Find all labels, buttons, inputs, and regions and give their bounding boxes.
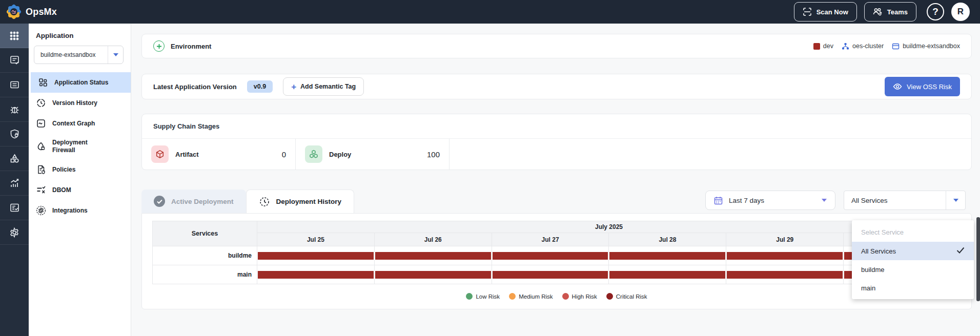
service-option-all-services[interactable]: All Services — [852, 242, 974, 260]
service-option-label: All Services — [861, 247, 896, 255]
date-range-value: Last 7 days — [729, 197, 815, 204]
legend-item: High Risk — [562, 293, 597, 300]
date-header: Jul 26 — [374, 233, 492, 246]
shapes-icon — [9, 153, 20, 164]
sidebar-item-application-status[interactable]: Application Status — [31, 72, 131, 93]
apps-grid-icon — [9, 31, 19, 41]
env-tag-label: dev — [823, 43, 833, 50]
teams-button[interactable]: Teams — [864, 2, 916, 22]
sidebar-heading: Application — [36, 32, 131, 39]
stage-name: Deploy — [329, 151, 351, 158]
legend-label: Critical Risk — [616, 293, 647, 300]
scan-report-icon — [9, 55, 20, 66]
rail-item-security[interactable] — [0, 122, 29, 146]
service-filter-toggle[interactable] — [946, 191, 965, 209]
date-header: Jul 27 — [492, 233, 609, 246]
help-icon[interactable]: ? — [927, 3, 944, 20]
version-bar: Latest Application Version v0.9 + Add Se… — [141, 74, 972, 99]
risk-cell[interactable] — [492, 265, 609, 284]
critical-risk-bar — [258, 271, 374, 279]
supply-chain-card: Supply Chain Stages Artifact 0 — [141, 114, 972, 170]
service-filter-dropdown[interactable]: All Services — [844, 191, 966, 210]
risk-cell[interactable] — [609, 246, 726, 265]
rail-item-analytics[interactable] — [0, 171, 29, 196]
rail-item-audit[interactable] — [0, 196, 29, 220]
rail-item-artifacts[interactable] — [0, 146, 29, 171]
stage-artifact[interactable]: Artifact 0 — [142, 139, 296, 170]
view-oss-risk-button[interactable]: View OSS Risk — [885, 77, 960, 96]
environment-tags: dev oes-cluster buildme-extsandbox — [813, 43, 960, 50]
risk-cell[interactable] — [257, 246, 375, 265]
stage-deploy[interactable]: Deploy 100 — [296, 139, 450, 170]
risk-legend: Low Risk Medium Risk High Risk Critical … — [152, 293, 961, 300]
dbom-icon — [36, 185, 46, 195]
rail-item-vulnerabilities[interactable] — [0, 97, 29, 122]
view-oss-risk-label: View OSS Risk — [907, 83, 952, 91]
legend-item: Critical Risk — [606, 293, 647, 300]
sidebar-item-deployment-firewall[interactable]: Deployment Firewall — [29, 134, 131, 159]
dropdown-scrollbar[interactable] — [976, 217, 980, 301]
history-clock-icon — [259, 196, 270, 207]
check-icon — [956, 247, 965, 255]
expand-environment-button[interactable] — [153, 40, 165, 52]
application-selector-toggle[interactable] — [108, 46, 123, 64]
deployment-section: Active Deployment Deployment History Las — [141, 190, 972, 309]
legend-label: Low Risk — [476, 293, 500, 300]
stage-name: Artifact — [175, 151, 199, 158]
environment-tag: buildme-extsandbox — [892, 43, 960, 50]
risk-cell[interactable] — [492, 246, 609, 265]
tab-label: Active Deployment — [171, 198, 234, 205]
environment-bar: Environment dev oes-cluster — [141, 34, 972, 58]
supply-chain-stages: Artifact 0 Deploy 100 — [142, 139, 971, 170]
service-name: main — [153, 265, 257, 284]
rail-item-scan-report[interactable] — [0, 48, 29, 73]
critical-risk-bar — [375, 252, 491, 260]
critical-risk-bar — [375, 271, 491, 279]
date-range-dropdown[interactable]: Last 7 days — [705, 191, 835, 210]
sidebar-item-integrations[interactable]: Integrations — [29, 200, 131, 221]
rail-item-settings[interactable] — [0, 220, 29, 245]
legend-label: Medium Risk — [519, 293, 553, 300]
risk-cell[interactable] — [257, 265, 375, 284]
risk-cell[interactable] — [374, 265, 492, 284]
rail-item-card[interactable] — [0, 73, 29, 97]
tab-active-deployment[interactable]: Active Deployment — [141, 190, 246, 213]
critical-risk-dot-icon — [606, 293, 613, 300]
sidebar-item-label: Version History — [52, 99, 97, 107]
risk-cell[interactable] — [726, 265, 844, 284]
plus-icon — [156, 44, 162, 49]
add-semantic-tag-button[interactable]: + Add Semantic Tag — [283, 77, 364, 96]
date-header: Jul 28 — [609, 233, 726, 246]
service-option-buildme[interactable]: buildme — [852, 260, 974, 279]
bug-icon — [9, 104, 20, 115]
sidebar-item-context-graph[interactable]: Deployment Firewall Context Graph — [29, 113, 131, 134]
tab-deployment-history[interactable]: Deployment History — [246, 190, 355, 213]
sidebar-item-policies[interactable]: Policies — [29, 159, 131, 180]
scan-now-button[interactable]: Scan Now — [794, 2, 857, 22]
critical-risk-bar — [727, 271, 843, 279]
integrations-icon — [36, 205, 46, 216]
environment-tag: dev — [813, 43, 833, 50]
table-row: buildme — [153, 246, 961, 265]
sidebar-item-dbom[interactable]: DBOM — [29, 180, 131, 200]
rail-item-apps[interactable] — [0, 24, 29, 48]
check-circle-icon — [154, 196, 165, 207]
legend-label: High Risk — [572, 293, 597, 300]
risk-cell[interactable] — [374, 246, 492, 265]
sidebar-item-version-history[interactable]: Version History — [29, 93, 131, 113]
help-glyph: ? — [932, 6, 938, 17]
risk-cell[interactable] — [726, 246, 844, 265]
shield-lock-icon — [9, 129, 20, 139]
deployment-firewall-icon — [36, 141, 46, 152]
service-option-main[interactable]: main — [852, 279, 974, 297]
user-avatar[interactable]: R — [951, 3, 970, 21]
environment-title: Environment — [171, 43, 211, 50]
settings-gear-icon — [9, 227, 20, 238]
namespace-icon — [892, 43, 900, 50]
sidebar-item-label: Integrations — [52, 207, 88, 215]
deploy-cubes-icon — [305, 145, 322, 163]
service-filter-value: All Services — [844, 197, 946, 204]
application-selector[interactable]: buildme-extsandbox — [34, 46, 124, 64]
opsmx-logo-icon — [6, 4, 22, 19]
risk-cell[interactable] — [609, 265, 726, 284]
